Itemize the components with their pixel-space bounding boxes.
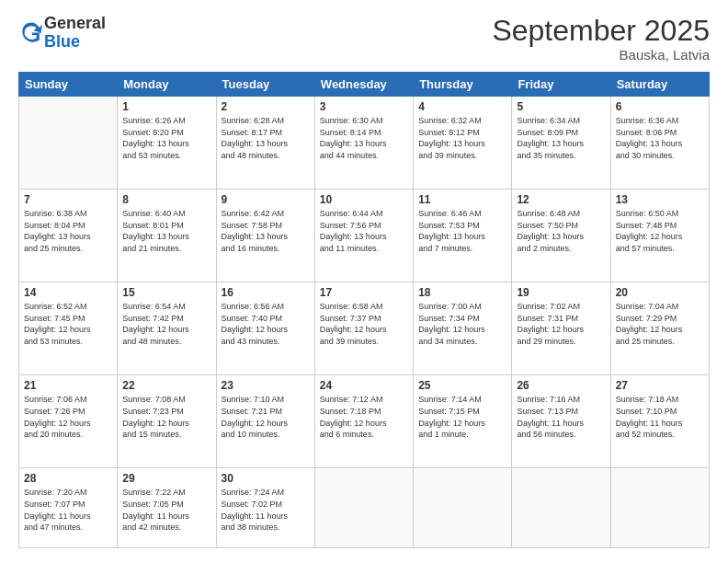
- table-row: 24Sunrise: 7:12 AM Sunset: 7:18 PM Dayli…: [314, 375, 413, 468]
- table-row: 16Sunrise: 6:56 AM Sunset: 7:40 PM Dayli…: [216, 282, 314, 375]
- logo-icon: [20, 20, 42, 42]
- header: General Blue September 2025 Bauska, Latv…: [18, 15, 710, 63]
- table-row: 12Sunrise: 6:48 AM Sunset: 7:50 PM Dayli…: [512, 190, 610, 282]
- table-row: 7Sunrise: 6:38 AM Sunset: 8:04 PM Daylig…: [19, 190, 118, 282]
- day-number: 17: [320, 286, 408, 299]
- day-info: Sunrise: 6:30 AM Sunset: 8:14 PM Dayligh…: [320, 115, 408, 161]
- day-number: 24: [320, 379, 408, 392]
- week-row-2: 14Sunrise: 6:52 AM Sunset: 7:45 PM Dayli…: [19, 282, 710, 375]
- day-number: 5: [517, 100, 605, 113]
- table-row: 2Sunrise: 6:28 AM Sunset: 8:17 PM Daylig…: [216, 97, 314, 190]
- table-row: 23Sunrise: 7:10 AM Sunset: 7:21 PM Dayli…: [216, 375, 314, 468]
- table-row: 19Sunrise: 7:02 AM Sunset: 7:31 PM Dayli…: [512, 282, 610, 375]
- day-info: Sunrise: 7:20 AM Sunset: 7:07 PM Dayligh…: [24, 487, 112, 533]
- day-info: Sunrise: 7:08 AM Sunset: 7:23 PM Dayligh…: [122, 394, 210, 440]
- day-number: 12: [517, 193, 605, 206]
- day-number: 20: [616, 286, 704, 299]
- day-info: Sunrise: 7:14 AM Sunset: 7:15 PM Dayligh…: [418, 394, 506, 440]
- table-row: 5Sunrise: 6:34 AM Sunset: 8:09 PM Daylig…: [512, 97, 610, 190]
- day-info: Sunrise: 7:04 AM Sunset: 7:29 PM Dayligh…: [616, 301, 704, 347]
- table-row: 18Sunrise: 7:00 AM Sunset: 7:34 PM Dayli…: [414, 282, 512, 375]
- day-number: 28: [24, 472, 112, 485]
- table-row: 21Sunrise: 7:06 AM Sunset: 7:26 PM Dayli…: [19, 375, 118, 468]
- logo-blue-text: Blue: [44, 32, 80, 51]
- table-row: 4Sunrise: 6:32 AM Sunset: 8:12 PM Daylig…: [414, 97, 512, 190]
- day-number: 14: [24, 286, 112, 299]
- table-row: 25Sunrise: 7:14 AM Sunset: 7:15 PM Dayli…: [414, 375, 512, 468]
- table-row: 8Sunrise: 6:40 AM Sunset: 8:01 PM Daylig…: [118, 190, 216, 282]
- week-row-3: 21Sunrise: 7:06 AM Sunset: 7:26 PM Dayli…: [19, 375, 710, 468]
- table-row: 26Sunrise: 7:16 AM Sunset: 7:13 PM Dayli…: [512, 375, 610, 468]
- day-info: Sunrise: 6:42 AM Sunset: 7:58 PM Dayligh…: [222, 208, 310, 254]
- day-number: 6: [616, 100, 704, 113]
- day-info: Sunrise: 7:02 AM Sunset: 7:31 PM Dayligh…: [517, 301, 605, 347]
- table-row: [19, 97, 118, 190]
- table-row: 6Sunrise: 6:36 AM Sunset: 8:06 PM Daylig…: [610, 97, 709, 190]
- table-row: 20Sunrise: 7:04 AM Sunset: 7:29 PM Dayli…: [610, 282, 709, 375]
- col-friday: Friday: [512, 73, 610, 97]
- day-info: Sunrise: 6:44 AM Sunset: 7:56 PM Dayligh…: [320, 208, 408, 254]
- day-info: Sunrise: 6:40 AM Sunset: 8:01 PM Dayligh…: [122, 208, 210, 254]
- day-number: 21: [24, 379, 112, 392]
- day-number: 30: [222, 472, 310, 485]
- day-number: 9: [222, 193, 310, 206]
- day-number: 29: [122, 472, 210, 485]
- day-info: Sunrise: 6:54 AM Sunset: 7:42 PM Dayligh…: [122, 301, 210, 347]
- day-info: Sunrise: 6:32 AM Sunset: 8:12 PM Dayligh…: [418, 115, 506, 161]
- day-number: 15: [122, 286, 210, 299]
- table-row: 13Sunrise: 6:50 AM Sunset: 7:48 PM Dayli…: [610, 190, 709, 282]
- page: General Blue September 2025 Bauska, Latv…: [0, 0, 728, 563]
- table-row: [414, 468, 512, 548]
- day-number: 26: [517, 379, 605, 392]
- table-row: 22Sunrise: 7:08 AM Sunset: 7:23 PM Dayli…: [118, 375, 216, 468]
- table-row: 30Sunrise: 7:24 AM Sunset: 7:02 PM Dayli…: [216, 468, 314, 548]
- day-number: 19: [517, 286, 605, 299]
- day-info: Sunrise: 6:36 AM Sunset: 8:06 PM Dayligh…: [616, 115, 704, 161]
- col-tuesday: Tuesday: [216, 73, 314, 97]
- col-saturday: Saturday: [610, 73, 709, 97]
- week-row-0: 1Sunrise: 6:26 AM Sunset: 8:20 PM Daylig…: [19, 97, 710, 190]
- col-sunday: Sunday: [19, 73, 118, 97]
- day-info: Sunrise: 6:58 AM Sunset: 7:37 PM Dayligh…: [320, 301, 408, 347]
- day-info: Sunrise: 6:28 AM Sunset: 8:17 PM Dayligh…: [222, 115, 310, 161]
- day-info: Sunrise: 6:26 AM Sunset: 8:20 PM Dayligh…: [122, 115, 210, 161]
- table-row: 17Sunrise: 6:58 AM Sunset: 7:37 PM Dayli…: [314, 282, 413, 375]
- table-row: 3Sunrise: 6:30 AM Sunset: 8:14 PM Daylig…: [314, 97, 413, 190]
- day-number: 10: [320, 193, 408, 206]
- day-info: Sunrise: 6:50 AM Sunset: 7:48 PM Dayligh…: [616, 208, 704, 254]
- table-row: 15Sunrise: 6:54 AM Sunset: 7:42 PM Dayli…: [118, 282, 216, 375]
- day-number: 1: [122, 100, 210, 113]
- calendar-table: Sunday Monday Tuesday Wednesday Thursday…: [18, 72, 710, 548]
- week-row-1: 7Sunrise: 6:38 AM Sunset: 8:04 PM Daylig…: [19, 190, 710, 282]
- header-row: Sunday Monday Tuesday Wednesday Thursday…: [19, 73, 710, 97]
- day-number: 7: [24, 193, 112, 206]
- day-number: 3: [320, 100, 408, 113]
- table-row: [610, 468, 709, 548]
- col-wednesday: Wednesday: [314, 73, 413, 97]
- col-monday: Monday: [118, 73, 216, 97]
- day-info: Sunrise: 6:52 AM Sunset: 7:45 PM Dayligh…: [24, 301, 112, 347]
- day-info: Sunrise: 6:56 AM Sunset: 7:40 PM Dayligh…: [222, 301, 310, 347]
- table-row: 29Sunrise: 7:22 AM Sunset: 7:05 PM Dayli…: [118, 468, 216, 548]
- day-number: 11: [418, 193, 506, 206]
- table-row: 11Sunrise: 6:46 AM Sunset: 7:53 PM Dayli…: [414, 190, 512, 282]
- table-row: 27Sunrise: 7:18 AM Sunset: 7:10 PM Dayli…: [610, 375, 709, 468]
- calendar-subtitle: Bauska, Latvia: [492, 47, 710, 63]
- day-info: Sunrise: 7:22 AM Sunset: 7:05 PM Dayligh…: [122, 487, 210, 533]
- table-row: 9Sunrise: 6:42 AM Sunset: 7:58 PM Daylig…: [216, 190, 314, 282]
- title-block: September 2025 Bauska, Latvia: [492, 15, 710, 63]
- day-number: 13: [616, 193, 704, 206]
- logo: General Blue: [18, 15, 106, 52]
- day-info: Sunrise: 6:46 AM Sunset: 7:53 PM Dayligh…: [418, 208, 506, 254]
- day-number: 22: [122, 379, 210, 392]
- day-info: Sunrise: 7:06 AM Sunset: 7:26 PM Dayligh…: [24, 394, 112, 440]
- day-info: Sunrise: 6:38 AM Sunset: 8:04 PM Dayligh…: [24, 208, 112, 254]
- table-row: 14Sunrise: 6:52 AM Sunset: 7:45 PM Dayli…: [19, 282, 118, 375]
- table-row: [512, 468, 610, 548]
- table-row: 10Sunrise: 6:44 AM Sunset: 7:56 PM Dayli…: [314, 190, 413, 282]
- day-info: Sunrise: 7:12 AM Sunset: 7:18 PM Dayligh…: [320, 394, 408, 440]
- table-row: [314, 468, 413, 548]
- day-number: 25: [418, 379, 506, 392]
- calendar-title: September 2025: [492, 15, 710, 47]
- day-info: Sunrise: 6:48 AM Sunset: 7:50 PM Dayligh…: [517, 208, 605, 254]
